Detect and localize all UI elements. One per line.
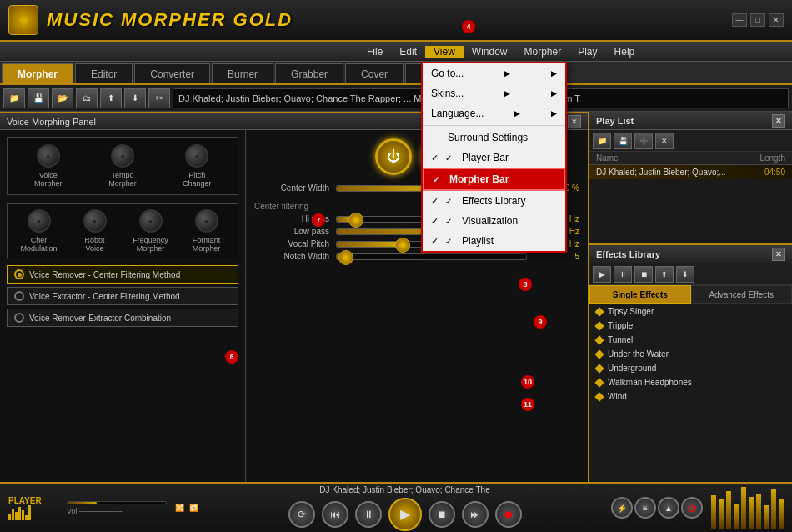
effect-tipsy-singer[interactable]: Tipsy Singer [589,304,792,319]
player-label: PLAYER [8,496,46,505]
cher-modulation-item[interactable]: CherModulation [13,209,65,253]
robot-voice-label: RobotVoice [84,236,104,253]
tab-burner[interactable]: Burner [212,63,273,83]
radio-voice-extractor[interactable]: Voice Extractor - Center Filtering Metho… [7,287,238,305]
voice-morpher-item[interactable]: VoiceMorpher [14,144,82,188]
menu-window[interactable]: Window [464,46,516,58]
vmp-close[interactable]: ✕ [568,115,581,128]
formant-morpher-item[interactable]: FormantMorpher [180,209,233,253]
effects-btn-1[interactable]: ▶ [593,266,611,283]
playlist-btn-2[interactable]: 💾 [614,133,632,149]
playlist-btn-4[interactable]: ✕ [655,133,674,149]
shuffle-icon[interactable]: 🔀 [175,504,184,512]
menu-playlist[interactable]: ✓ Playlist [423,231,565,251]
pause-button[interactable]: ⏸ [355,501,382,528]
tab-morpher[interactable]: Morpher [2,63,73,83]
notch-width-track[interactable] [336,253,527,260]
loop-button[interactable]: ⟳ [288,501,315,528]
effects-btn-4[interactable]: ⬆ [655,266,674,283]
radio-voice-remover-extractor[interactable]: Voice Remover-Extractor Combination [7,309,238,327]
tempo-morpher-knob[interactable] [111,144,134,168]
repeat-icon[interactable]: 🔁 [189,504,198,512]
effect-walkman[interactable]: Walkman Headphones [589,375,792,389]
formant-morpher-knob[interactable] [195,209,218,233]
file-btn-4[interactable]: 🗂 [76,88,98,108]
effects-btn-5[interactable]: ⬇ [676,266,694,283]
maximize-button[interactable]: □ [750,13,765,27]
fx-button[interactable]: ⚡ [611,497,633,519]
frequency-morpher-item[interactable]: FrequencyMorpher [124,209,177,253]
tempo-morpher-item[interactable]: TempoMorpher [88,144,156,188]
playlist-section: Play List ✕ 📁 💾 ➕ ✕ Name Length DJ Khale… [589,112,792,245]
menu-play[interactable]: Play [569,46,605,58]
file-btn-1[interactable]: 📁 [3,88,25,108]
close-button[interactable]: ✕ [769,13,784,27]
pitch-changer-knob[interactable] [185,144,208,168]
main-content: Voice Morphing Panel ✕ VoiceMorpher Temp… [0,112,792,482]
menu-morpher-bar[interactable]: ✓ Morpher Bar [423,168,565,191]
progress-bar[interactable] [67,501,167,504]
tab-grabber[interactable]: Grabber [275,63,343,83]
pitch-changer-item[interactable]: PitchChanger [163,144,231,188]
menu-help[interactable]: Help [606,46,644,58]
diamond-icon [594,335,604,344]
file-btn-2[interactable]: 💾 [28,88,49,108]
playlist-close[interactable]: ✕ [772,114,785,128]
effects-tab-advanced[interactable]: Advanced Effects [691,285,793,304]
minimize-button[interactable]: — [732,13,747,27]
effect-underground[interactable]: Underground [589,361,792,375]
effect-tripple[interactable]: Tripple [589,319,792,333]
prev-button[interactable]: ⏮ [322,501,348,528]
effect-wind[interactable]: Wind [589,389,792,404]
tab-cover[interactable]: Cover [345,63,404,83]
menu-file[interactable]: File [358,46,391,58]
power-button[interactable]: ⏻ [375,138,412,175]
radio-voice-remover[interactable]: Voice Remover - Center Filtering Method [7,265,238,284]
menu-morpher[interactable]: Morpher [516,46,570,58]
hi-pass-thumb[interactable] [348,213,363,228]
play-button[interactable]: ▶ [388,498,422,531]
vocal-pitch-thumb[interactable] [395,238,410,253]
frequency-morpher-knob[interactable] [139,209,163,233]
right-player-controls: ⚡ ≡ ▲ ⏻ [611,497,703,519]
app-title: MUSIC MORPHER GOLD [47,9,293,31]
menu-view[interactable]: View [425,46,464,58]
stop-button[interactable]: ⏹ [429,501,455,528]
playlist-btn-1[interactable]: 📁 [593,133,611,149]
radio-options: Voice Remover - Center Filtering Method … [7,265,238,327]
menu-goto[interactable]: Go to... ▶ [423,63,565,83]
effects-btn-2[interactable]: ⏸ [614,266,632,283]
menu-edit[interactable]: Edit [391,46,425,58]
menu-effects-library[interactable]: ✓ Effects Library [423,191,565,211]
cher-modulation-knob[interactable] [28,209,51,233]
file-btn-7[interactable]: ✂ [148,88,170,108]
badge-4: 4 [462,20,475,33]
voice-morpher-knob[interactable] [37,144,60,168]
menu-player-bar[interactable]: ✓ Player Bar [423,148,565,168]
effects-btn-3[interactable]: ⏹ [634,266,653,283]
robot-voice-knob[interactable] [83,209,107,233]
playlist-btn-3[interactable]: ➕ [634,133,653,149]
record-button[interactable]: ⏺ [495,501,522,528]
file-btn-3[interactable]: 📂 [52,88,73,108]
up-button[interactable]: ▲ [658,497,679,519]
menu-visualization[interactable]: ✓ Visualization [423,211,565,231]
tab-editor[interactable]: Editor [75,63,133,83]
next-button[interactable]: ⏭ [462,501,489,528]
eq-button[interactable]: ≡ [634,497,656,519]
current-track: DJ Khaled; Justin Bieber; Quavo; Chance … [319,485,489,494]
effects-tab-single[interactable]: Single Effects [589,285,691,304]
robot-voice-item[interactable]: RobotVoice [68,209,121,253]
notch-width-thumb[interactable] [338,250,353,265]
file-btn-5[interactable]: ⬆ [100,88,122,108]
menu-surround-settings[interactable]: Surround Settings [423,128,565,148]
playlist-item[interactable]: DJ Khaled; Justin Bieber; Quavo;... 04:5… [589,165,792,179]
effect-under-water[interactable]: Under the Water [589,347,792,361]
effect-tunnel[interactable]: Tunnel [589,333,792,347]
menu-skins[interactable]: Skins... ▶ [423,83,565,103]
file-btn-6[interactable]: ⬇ [124,88,146,108]
menu-language[interactable]: Language... ▶ [423,103,565,123]
power-player-button[interactable]: ⏻ [681,497,703,519]
effects-close[interactable]: ✕ [772,248,785,261]
tab-converter[interactable]: Converter [134,63,210,83]
